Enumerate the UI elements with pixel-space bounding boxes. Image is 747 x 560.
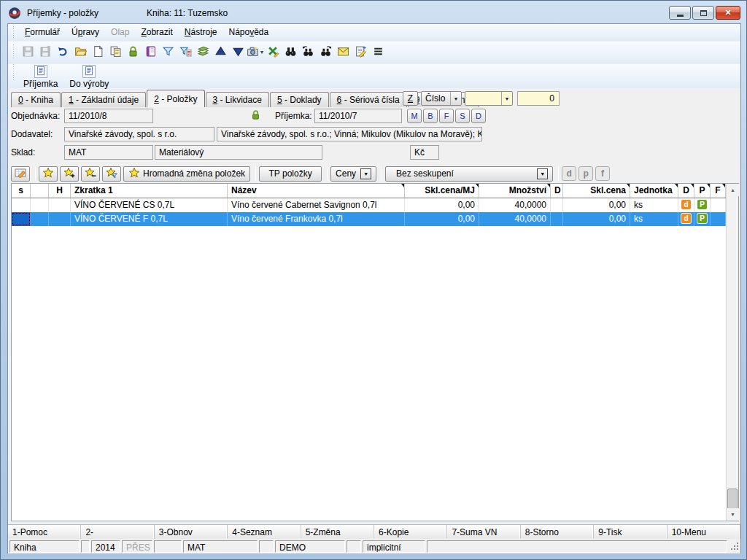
bulk-change-button[interactable]: Hromadná změna položek — [123, 166, 250, 182]
fnkey-10-menu[interactable]: 10-Menu — [667, 525, 740, 539]
column-header-f[interactable]: F — [711, 184, 726, 198]
ceny-dropdown-button[interactable]: Ceny ▼ — [330, 166, 376, 182]
menu-item-upravy[interactable]: Úpravy — [66, 25, 105, 39]
copy-button[interactable] — [107, 44, 124, 61]
fnkey-7-suma-vn[interactable]: 7-Suma VN — [447, 525, 520, 539]
fnkey-9-tisk[interactable]: 9-Tisk — [594, 525, 667, 539]
filter-edit-button[interactable] — [177, 44, 194, 61]
tab-0-kniha[interactable]: 0 - Kniha — [11, 92, 61, 107]
do-vyroby-button[interactable]: Do výroby — [65, 64, 113, 90]
flag-button-s[interactable]: S — [455, 109, 470, 123]
fnkey-2[interactable]: 2- — [81, 525, 154, 539]
tab-6-seriova-cisla[interactable]: 6 - Sériová čísla — [330, 92, 407, 107]
flag-button-d[interactable]: D — [471, 109, 486, 123]
scroll-down-arrow[interactable]: ▼ — [727, 508, 739, 521]
column-header-p[interactable]: P — [694, 184, 711, 198]
column-header-h[interactable]: H — [49, 184, 71, 198]
layers-button[interactable] — [194, 44, 212, 61]
tab-1-zakladni-udaje[interactable]: 1 - Základní údaje — [61, 92, 146, 107]
find-prev-button[interactable] — [299, 44, 317, 61]
scroll-up-arrow[interactable]: ▲ — [727, 184, 739, 196]
currency-input[interactable]: Kč — [410, 145, 439, 160]
star-remove-button[interactable] — [81, 166, 100, 182]
column-header-d1[interactable]: D — [551, 184, 563, 198]
record-count-field[interactable]: 0 — [517, 91, 560, 106]
undo-button[interactable] — [54, 44, 71, 61]
mini-button-d[interactable]: d — [562, 166, 576, 181]
close-button[interactable]: ✕ — [716, 6, 740, 20]
fnkey-1-pomoc[interactable]: 1-Pomoc — [8, 525, 81, 539]
flag-button-b[interactable]: B — [423, 109, 438, 123]
maximize-button[interactable] — [692, 6, 714, 20]
menu-item-zobrazit[interactable]: Zobrazit — [135, 25, 178, 39]
mini-button-f[interactable]: f — [595, 166, 610, 181]
menu-item-olap[interactable]: Olap — [105, 25, 135, 39]
find-next-button[interactable] — [317, 44, 334, 61]
menubar-grip[interactable] — [12, 26, 15, 37]
tab-3-likvidace[interactable]: 3 - Likvidace — [206, 92, 269, 107]
fnkey-6-kopie[interactable]: 6-Kopie — [374, 525, 447, 539]
filter-button[interactable] — [159, 44, 177, 61]
edit-items-button[interactable] — [11, 166, 30, 182]
find-button[interactable] — [282, 44, 299, 61]
flag-button-m[interactable]: M — [407, 109, 422, 123]
tab-2-polozky[interactable]: 2 - Položky — [147, 90, 204, 107]
fnkey-8-storno[interactable]: 8-Storno — [521, 525, 594, 539]
window-subtitle: Kniha: 11: Tuzemsko — [147, 8, 228, 18]
prijemka-input[interactable]: 11/2010/7 — [314, 109, 402, 123]
column-header-skl_cena[interactable]: Skl.cena — [563, 184, 630, 198]
grouping-dropdown[interactable]: Bez seskupení ▼ — [385, 166, 553, 182]
mini-button-p[interactable]: p — [578, 166, 593, 181]
column-header-d2[interactable]: D — [678, 184, 694, 198]
dodavatel-detail-input[interactable]: Vinařské závody, spol. s r.o.; Vinná; Mi… — [217, 127, 482, 141]
column-header-nazev[interactable]: Název — [228, 184, 405, 198]
arrow-down-button[interactable] — [229, 44, 247, 61]
mail-button[interactable] — [334, 44, 352, 61]
fnkey-4-seznam[interactable]: 4-Seznam — [228, 525, 301, 539]
tp-polozky-button[interactable]: TP položky — [259, 166, 322, 182]
save-as-button[interactable] — [36, 44, 54, 61]
save-button[interactable] — [19, 44, 36, 61]
resize-grip[interactable] — [730, 542, 739, 551]
notes-button[interactable] — [352, 44, 369, 61]
sklad-name-input[interactable]: Materiálový — [155, 145, 322, 160]
secondary-toolbar-grip[interactable] — [12, 64, 15, 81]
menu-item-nastroje[interactable]: Nástroje — [179, 25, 223, 39]
minimize-button[interactable] — [669, 6, 691, 20]
lock-button[interactable] — [124, 44, 142, 61]
objednavka-input[interactable]: 11/2010/8 — [64, 109, 153, 123]
column-header-sel[interactable]: s — [12, 184, 31, 198]
star-add-button[interactable] — [60, 166, 79, 182]
table-row[interactable]: VÍNO ČERVENÉ CS 0,7LVíno červené Caberne… — [12, 198, 726, 212]
dodavatel-input[interactable]: Vinařské závody, spol. s r.o. — [64, 127, 214, 141]
book-button[interactable] — [142, 44, 159, 61]
menu-item-napoveda[interactable]: Nápověda — [223, 25, 275, 39]
scrollbar-thumb[interactable] — [727, 489, 738, 509]
sklad-code-input[interactable]: MAT — [64, 145, 153, 160]
menu-item-formular[interactable]: Formulář — [19, 25, 66, 39]
column-header-jednotka[interactable]: Jednotka — [630, 184, 678, 198]
column-header-c2[interactable] — [31, 184, 49, 198]
column-header-zkratka[interactable]: Zkratka 1 — [71, 184, 228, 198]
toolbar-grip[interactable] — [12, 44, 15, 59]
z-button[interactable]: Z — [403, 91, 418, 106]
filter-combo[interactable]: ▼ — [465, 91, 513, 106]
vertical-scrollbar[interactable]: ▲ ▼ — [726, 184, 738, 521]
export-button[interactable] — [264, 44, 282, 61]
table-row[interactable]: VÍNO ČERVENÉ F 0,7LVíno červené Frankovk… — [12, 212, 726, 226]
menu-lines-button[interactable] — [369, 44, 387, 61]
fnkey-3-obnov[interactable]: 3-Obnov — [155, 525, 228, 539]
arrow-up-button[interactable] — [212, 44, 229, 61]
star-button[interactable] — [39, 166, 58, 182]
tab-5-doklady[interactable]: 5 - Doklady — [270, 92, 329, 107]
flag-button-f[interactable]: F — [439, 109, 454, 123]
fnkey-5-zmena[interactable]: 5-Změna — [301, 525, 374, 539]
column-header-skl_cena_mj[interactable]: Skl.cena/MJ — [405, 184, 479, 198]
column-header-mnozstvi[interactable]: Množství — [479, 184, 551, 198]
cislo-dropdown[interactable]: Číslo ▼ — [421, 91, 462, 106]
prijemka-button[interactable]: Příjemka — [19, 64, 62, 90]
camera-button[interactable]: ▼ — [247, 44, 264, 61]
star-filter-button[interactable] — [102, 166, 121, 182]
new-button[interactable] — [89, 44, 107, 61]
open-button[interactable] — [71, 44, 89, 61]
